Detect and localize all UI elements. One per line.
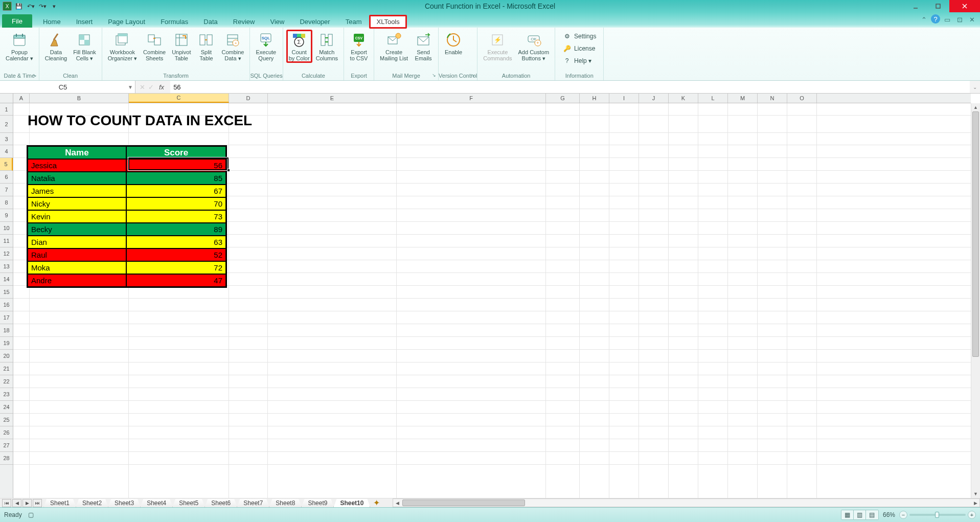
new-sheet-button[interactable]: ✦ [370, 498, 382, 507]
unpivot-button[interactable]: Unpivot Table [169, 30, 193, 63]
tab-view[interactable]: View [262, 15, 292, 28]
row-header-14[interactable]: 14 [0, 273, 13, 286]
cell-name[interactable]: Moka [28, 261, 126, 274]
scroll-up-icon[interactable]: ▲ [971, 103, 980, 111]
tab-home[interactable]: Home [35, 15, 69, 28]
cell-name[interactable]: Kevin [28, 210, 126, 223]
row-header-25[interactable]: 25 [0, 414, 13, 426]
sheet-tab-sheet4[interactable]: Sheet4 [140, 499, 173, 508]
cells-area[interactable]: HOW TO COUNT DATA IN EXCELNameScoreJessi… [13, 103, 971, 498]
tab-insert[interactable]: Insert [69, 15, 101, 28]
col-header-M[interactable]: M [728, 94, 758, 103]
sheet-tab-sheet9[interactable]: Sheet9 [301, 499, 334, 508]
row-header-22[interactable]: 22 [0, 375, 13, 388]
cell-score[interactable]: 47 [126, 274, 226, 287]
cell-name[interactable]: Raul [28, 248, 126, 261]
row-header-26[interactable]: 26 [0, 426, 13, 439]
redo-button[interactable]: ↷▾ [37, 1, 48, 11]
col-header-K[interactable]: K [669, 94, 698, 103]
zoom-thumb[interactable] [935, 512, 939, 518]
row-header-20[interactable]: 20 [0, 350, 13, 362]
add-custom-button[interactable]: OK+Add Custom Buttons ▾ [516, 30, 552, 63]
tab-team[interactable]: Team [338, 15, 370, 28]
col-header-N[interactable]: N [758, 94, 787, 103]
page-break-view-button[interactable]: ▤ [866, 510, 878, 519]
row-header-17[interactable]: 17 [0, 311, 13, 324]
col-header-I[interactable]: I [609, 94, 639, 103]
zoom-in-button[interactable]: + [968, 511, 976, 519]
row-header-10[interactable]: 10 [0, 222, 13, 235]
col-header-H[interactable]: H [580, 94, 609, 103]
sheet-tab-sheet8[interactable]: Sheet8 [269, 499, 302, 508]
cell-name[interactable]: Andre [28, 274, 126, 287]
tab-page-layout[interactable]: Page Layout [100, 15, 153, 28]
row-header-13[interactable]: 13 [0, 260, 13, 273]
row-header-18[interactable]: 18 [0, 324, 13, 337]
ribbon-minimize-icon[interactable]: ⌃ [919, 14, 929, 25]
cell-score[interactable]: 52 [126, 248, 226, 261]
data-button[interactable]: Data Cleaning [42, 30, 70, 63]
row-header-15[interactable]: 15 [0, 286, 13, 299]
row-header-16[interactable]: 16 [0, 299, 13, 311]
workbook-button[interactable]: Workbook Organizer ▾ [105, 30, 140, 63]
tab-data[interactable]: Data [196, 15, 225, 28]
row-header-11[interactable]: 11 [0, 235, 13, 247]
name-box-dropdown[interactable]: ▼ [126, 84, 135, 90]
popup-button[interactable]: Popup Calendar ▾ [3, 30, 36, 63]
row-header-7[interactable]: 7 [0, 184, 13, 196]
scroll-left-icon[interactable]: ◀ [393, 499, 401, 507]
cell-name[interactable]: James [28, 185, 126, 197]
settings-button[interactable]: ⚙Settings [560, 31, 598, 42]
match-button[interactable]: Match Columns [313, 30, 340, 63]
cell-score[interactable]: 67 [126, 185, 226, 197]
sheet-tab-sheet10[interactable]: Sheet10 [333, 499, 370, 508]
sheet-last-button[interactable]: ⏭ [33, 499, 42, 507]
group-launcher[interactable]: ↘ [471, 73, 475, 78]
col-header-F[interactable]: F [397, 94, 546, 103]
cell-name[interactable]: Natalia [28, 172, 126, 185]
scroll-right-icon[interactable]: ▶ [971, 499, 979, 507]
col-header-O[interactable]: O [787, 94, 817, 103]
combine-button[interactable]: Combine Sheets [141, 30, 168, 63]
horizontal-scrollbar[interactable]: ◀ ▶ [393, 498, 980, 507]
save-button[interactable]: 💾 [14, 1, 24, 11]
page-layout-view-button[interactable]: ▥ [854, 510, 866, 519]
help--button[interactable]: ?Help ▾ [560, 55, 598, 66]
row-header-27[interactable]: 27 [0, 439, 13, 452]
sheet-tab-sheet2[interactable]: Sheet2 [76, 499, 108, 508]
col-header-B[interactable]: B [30, 94, 129, 103]
ribbon-opt1-icon[interactable]: ▭ [942, 14, 952, 25]
count-button[interactable]: ΣCount by Color [286, 30, 312, 63]
execute-button[interactable]: SQLExecute Query [253, 30, 279, 63]
tab-formulas[interactable]: Formulas [153, 15, 196, 28]
row-header-19[interactable]: 19 [0, 337, 13, 350]
ribbon-close-icon[interactable]: ✕ [967, 14, 977, 25]
sheet-next-button[interactable]: ▶ [22, 499, 32, 507]
normal-view-button[interactable]: ▦ [841, 510, 854, 519]
minimize-button[interactable] [904, 0, 927, 12]
license-button[interactable]: 🔑License [560, 43, 598, 54]
tab-review[interactable]: Review [225, 15, 263, 28]
qat-customize[interactable]: ▾ [49, 1, 59, 11]
tab-developer[interactable]: Developer [292, 15, 337, 28]
export-button[interactable]: CSVExport to CSV [347, 30, 371, 63]
row-header-24[interactable]: 24 [0, 401, 13, 414]
fill-blank-button[interactable]: Fill Blank Cells ▾ [71, 30, 99, 63]
row-header-8[interactable]: 8 [0, 196, 13, 209]
hscroll-thumb[interactable] [402, 500, 525, 506]
zoom-track[interactable] [909, 514, 966, 516]
row-header-4[interactable]: 4 [0, 145, 13, 158]
tab-file[interactable]: File [2, 14, 32, 28]
maximize-button[interactable] [927, 0, 949, 12]
send-button[interactable]: Send Emails [412, 30, 435, 63]
col-header-E[interactable]: E [268, 94, 397, 103]
cell-score[interactable]: 85 [126, 172, 226, 185]
row-header-23[interactable]: 23 [0, 388, 13, 401]
select-all-corner[interactable] [0, 94, 13, 103]
row-header-9[interactable]: 9 [0, 209, 13, 222]
cell-name[interactable]: Nicky [28, 197, 126, 210]
vscroll-thumb[interactable] [972, 111, 979, 357]
row-header-2[interactable]: 2 [0, 116, 13, 133]
tab-xltools[interactable]: XLTools [369, 15, 406, 29]
sheet-tab-sheet7[interactable]: Sheet7 [237, 499, 269, 508]
